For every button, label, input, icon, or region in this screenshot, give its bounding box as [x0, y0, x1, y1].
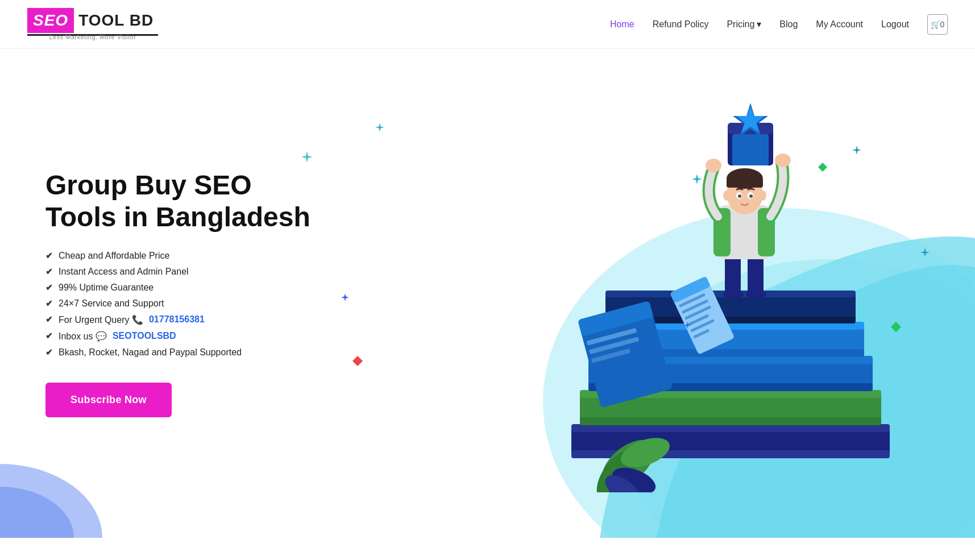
subscribe-button[interactable]: Subscribe Now	[45, 383, 172, 417]
list-item: ✔ Inbox us 💬 SEOTOOLSBD	[45, 331, 318, 342]
sparkle-4	[852, 146, 861, 155]
pricing-label: Pricing	[727, 19, 754, 30]
hero-illustration	[486, 49, 975, 538]
nav-logout[interactable]: Logout	[881, 19, 909, 30]
messenger-link[interactable]: SEOTOOLSBD	[113, 331, 176, 341]
svg-rect-16	[571, 424, 890, 432]
svg-marker-9	[920, 248, 930, 257]
check-icon: ✔	[45, 347, 53, 358]
sparkle-2	[375, 123, 384, 132]
hero-title: Group Buy SEO Tools in Bangladesh	[45, 169, 318, 232]
site-header: SEO TOOL BD Less Marketing. More Visitor…	[0, 0, 975, 49]
sparkle-red	[352, 356, 363, 366]
sparkle-green	[818, 163, 827, 172]
cart-button[interactable]: 🛒 0	[927, 14, 948, 35]
svg-rect-52	[727, 179, 763, 188]
sparkle-6	[920, 248, 930, 257]
svg-point-56	[749, 194, 753, 198]
logo-toolbd: TOOL BD	[74, 8, 158, 33]
cart-icon: 🛒	[931, 20, 940, 29]
svg-marker-13	[891, 322, 901, 332]
feature-text: Bkash, Rocket, Nagad and Paypal Supporte…	[59, 347, 242, 358]
list-item: ✔ Cheap and Affordable Price	[45, 251, 318, 261]
main-nav: Home Refund Policy Pricing ▾ Blog My Acc…	[610, 14, 948, 35]
cart-count: 0	[940, 20, 945, 29]
list-item: ✔ Bkash, Rocket, Nagad and Paypal Suppor…	[45, 347, 318, 358]
logo-seo: SEO	[27, 8, 74, 33]
sparkle-7	[341, 293, 349, 301]
check-icon: ✔	[45, 283, 53, 293]
feature-text: 99% Uptime Guarantee	[59, 283, 153, 293]
chevron-down-icon: ▾	[757, 19, 761, 30]
list-item: ✔ 24×7 Service and Support	[45, 298, 318, 309]
svg-point-55	[738, 194, 741, 198]
check-icon: ✔	[45, 314, 53, 325]
svg-marker-14	[684, 322, 691, 329]
svg-point-60	[775, 154, 791, 167]
nav-blog[interactable]: Blog	[779, 19, 798, 30]
nav-refund[interactable]: Refund Policy	[653, 19, 709, 30]
svg-rect-20	[580, 417, 881, 425]
feature-list: ✔ Cheap and Affordable Price ✔ Instant A…	[45, 251, 318, 358]
check-icon: ✔	[45, 267, 53, 277]
check-icon: ✔	[45, 331, 53, 341]
list-item: ✔ For Urgent Query 📞 01778156381	[45, 314, 318, 325]
sparkle-green2	[891, 322, 901, 332]
svg-rect-46	[748, 254, 764, 296]
feature-text: For Urgent Query 📞	[59, 314, 143, 325]
sparkle-5	[768, 219, 776, 227]
feature-text: 24×7 Service and Support	[59, 298, 164, 309]
check-icon: ✔	[45, 251, 53, 261]
nav-home[interactable]: Home	[610, 19, 634, 30]
hero-section: Group Buy SEO Tools in Bangladesh ✔ Chea…	[0, 49, 975, 538]
list-item: ✔ 99% Uptime Guarantee	[45, 283, 318, 293]
feature-text: Instant Access and Admin Panel	[59, 267, 189, 277]
feature-text: Inbox us 💬	[59, 331, 107, 342]
svg-point-59	[706, 159, 721, 172]
svg-marker-5	[375, 123, 384, 132]
nav-pricing[interactable]: Pricing ▾	[727, 19, 761, 30]
logo-tagline: Less Marketing. More Visitor	[27, 34, 158, 40]
phone-link[interactable]: 01778156381	[149, 314, 205, 325]
svg-rect-63	[732, 134, 769, 165]
nav-account[interactable]: My Account	[816, 19, 863, 30]
sparkle-blue2	[684, 322, 691, 329]
check-icon: ✔	[45, 298, 53, 309]
svg-marker-7	[852, 146, 861, 155]
svg-point-58	[760, 190, 766, 201]
feature-text: Cheap and Affordable Price	[59, 251, 169, 261]
svg-marker-10	[341, 293, 349, 301]
svg-point-57	[723, 190, 730, 201]
bottom-left-arc	[0, 458, 102, 538]
svg-marker-6	[692, 174, 702, 184]
svg-marker-8	[768, 219, 776, 227]
hero-content: Group Buy SEO Tools in Bangladesh ✔ Chea…	[0, 135, 318, 451]
svg-rect-45	[725, 254, 741, 296]
sparkle-3	[692, 174, 702, 184]
list-item: ✔ Instant Access and Admin Panel	[45, 267, 318, 277]
svg-marker-12	[818, 163, 827, 172]
svg-marker-11	[352, 356, 363, 366]
logo[interactable]: SEO TOOL BD Less Marketing. More Visitor	[27, 8, 158, 40]
